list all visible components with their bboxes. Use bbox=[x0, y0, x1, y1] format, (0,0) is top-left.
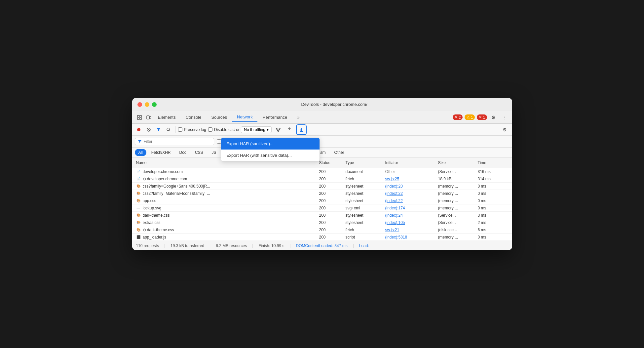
filter-icon[interactable] bbox=[155, 126, 163, 134]
finish-time: Finish: 10.99 s bbox=[258, 243, 284, 248]
warning-badge[interactable]: ⚠ 1 bbox=[465, 114, 475, 120]
tab-console[interactable]: Console bbox=[181, 113, 206, 122]
warning-count: 1 bbox=[471, 115, 473, 119]
svg-rect-3 bbox=[140, 118, 141, 119]
svg-rect-1 bbox=[137, 118, 139, 119]
tab-performance[interactable]: Performance bbox=[258, 113, 292, 122]
filter-bar: Invert More filters ▾ bbox=[132, 136, 512, 148]
devtools-body: Elements Console Sources Network Perform… bbox=[132, 111, 512, 250]
css-icon: 🎨 bbox=[136, 213, 141, 218]
tab-network[interactable]: Network bbox=[232, 112, 257, 122]
export-dropdown-menu: Export HAR (sanitized)... Export HAR (wi… bbox=[221, 138, 320, 161]
row-name-4: 🎨 app.css bbox=[135, 197, 318, 204]
network-settings-icon[interactable]: ⚙ bbox=[500, 125, 510, 134]
type-filter-other[interactable]: Other bbox=[331, 149, 348, 156]
settings-icon[interactable]: ⚙ bbox=[489, 113, 498, 122]
col-header-time: Time bbox=[476, 159, 510, 166]
close-button[interactable] bbox=[137, 102, 142, 107]
type-filter-js[interactable]: JS bbox=[208, 149, 220, 156]
svg-rect-4 bbox=[147, 116, 149, 119]
table-row[interactable]: 🎨 css2?family=Material+Icons&family=... … bbox=[132, 190, 512, 197]
svg-line-8 bbox=[148, 129, 150, 131]
css-icon: 🎨 bbox=[136, 191, 141, 196]
nav-right: ✕ 2 ⚠ 1 ✕ 1 ⚙ ⋮ bbox=[453, 113, 509, 122]
svg-rect-0 bbox=[137, 115, 139, 117]
css-icon: 🎨 bbox=[136, 198, 141, 203]
type-filters: All Fetch/XHR Doc CSS JS Font Img Media … bbox=[132, 148, 512, 158]
minimize-button[interactable] bbox=[145, 102, 149, 107]
filter-funnel-icon bbox=[138, 140, 142, 144]
col-header-size: Size bbox=[437, 159, 476, 166]
type-filter-doc[interactable]: Doc bbox=[176, 149, 190, 156]
import-icon[interactable] bbox=[285, 125, 294, 134]
table-row[interactable]: 🎨 extras.css 200 stylesheet (index):105 … bbox=[132, 219, 512, 226]
more-options-icon[interactable]: ⋮ bbox=[500, 113, 510, 122]
preserve-log-checkbox[interactable]: Preserve log bbox=[178, 127, 206, 132]
table-row[interactable]: 🎨 css?family=Google+Sans:400,500|R... 20… bbox=[132, 183, 512, 190]
css-icon: 🎨 bbox=[136, 220, 141, 225]
svg-point-9 bbox=[167, 128, 170, 131]
maximize-button[interactable] bbox=[152, 102, 157, 107]
throttling-select[interactable]: No throttling ▾ bbox=[241, 126, 272, 133]
tab-sources[interactable]: Sources bbox=[207, 113, 232, 122]
export-har-sensitive[interactable]: Export HAR (with sensitive data)... bbox=[221, 150, 320, 161]
nav-tabs: Elements Console Sources Network Perform… bbox=[153, 112, 453, 122]
record-button[interactable] bbox=[135, 126, 143, 134]
resources-size: 6.2 MB resources bbox=[216, 243, 247, 248]
tab-elements[interactable]: Elements bbox=[153, 113, 180, 122]
doc-icon: 📄 bbox=[136, 177, 141, 181]
filter-input-container bbox=[135, 138, 214, 145]
col-header-type: Type bbox=[344, 159, 384, 166]
error-icon: ✕ bbox=[455, 115, 458, 119]
load-time: Load: bbox=[359, 243, 369, 248]
error-badge[interactable]: ✕ 2 bbox=[453, 114, 463, 120]
info-badge[interactable]: ✕ 1 bbox=[477, 114, 487, 120]
css-icon: 🎨 bbox=[136, 228, 141, 232]
export-har-sanitized[interactable]: Export HAR (sanitized)... bbox=[221, 138, 320, 150]
status-bar: 110 requests | 19.3 kB transferred | 6.2… bbox=[132, 241, 512, 250]
table-header: Name Status Type Initiator Size Time bbox=[132, 158, 512, 168]
info-count: 1 bbox=[483, 115, 485, 119]
row-name-0: 📄 developer.chrome.com bbox=[135, 168, 318, 175]
type-filter-css[interactable]: CSS bbox=[191, 149, 207, 156]
type-filter-fetch-xhr[interactable]: Fetch/XHR bbox=[148, 149, 174, 156]
disable-cache-checkbox[interactable]: Disable cache bbox=[208, 127, 239, 132]
clear-button[interactable] bbox=[145, 126, 153, 134]
requests-count: 110 requests bbox=[136, 243, 159, 248]
svg-point-11 bbox=[278, 131, 279, 132]
error-count: 2 bbox=[459, 115, 461, 119]
devtools-window: DevTools - developer.chrome.com/ Eleme bbox=[132, 98, 512, 250]
transferred-size: 19.3 kB transferred bbox=[170, 243, 204, 248]
tab-more[interactable]: » bbox=[292, 113, 304, 122]
table-row[interactable]: 🎨 dark-theme.css 200 stylesheet (index):… bbox=[132, 212, 512, 219]
svg-point-6 bbox=[137, 128, 140, 131]
type-filter-all[interactable]: All bbox=[135, 149, 146, 156]
svg-line-10 bbox=[169, 130, 170, 131]
inspect-element-icon[interactable] bbox=[135, 113, 144, 122]
dom-content-loaded: DOMContentLoaded: 347 ms bbox=[296, 243, 348, 248]
table-row[interactable]: 📄 developer.chrome.com 200 document Othe… bbox=[132, 168, 512, 175]
export-har-button[interactable] bbox=[296, 124, 307, 135]
offline-icon[interactable] bbox=[274, 125, 283, 134]
row-name-9: ⬛ app_loader.js bbox=[135, 234, 318, 240]
traffic-lights bbox=[137, 102, 157, 107]
svg-rect-2 bbox=[140, 115, 141, 117]
table-row[interactable]: 📄 ⊙ developer.chrome.com 200 fetch sw.js… bbox=[132, 175, 512, 183]
doc-icon: 📄 bbox=[136, 169, 141, 174]
svg-icon: — bbox=[136, 206, 141, 210]
table-row[interactable]: — lockup.svg 200 svg+xml (index):174 (me… bbox=[132, 204, 512, 212]
filter-text-input[interactable] bbox=[144, 139, 211, 144]
search-icon[interactable] bbox=[165, 126, 172, 134]
device-toolbar-icon[interactable] bbox=[144, 113, 153, 122]
network-table: Name Status Type Initiator Size Time 📄 d… bbox=[132, 158, 512, 241]
warning-icon: ⚠ bbox=[467, 115, 470, 119]
css-icon: 🎨 bbox=[136, 184, 141, 189]
export-dropdown-container: Export HAR (sanitized)... Export HAR (wi… bbox=[296, 124, 307, 135]
table-row[interactable]: ⬛ app_loader.js 200 script (index):5818 … bbox=[132, 234, 512, 241]
titlebar: DevTools - developer.chrome.com/ bbox=[132, 98, 512, 111]
svg-rect-5 bbox=[150, 116, 151, 119]
toolbar: Preserve log Disable cache No throttling… bbox=[132, 124, 512, 136]
table-row[interactable]: 🎨 ⊙ dark-theme.css 200 fetch sw.js:21 (d… bbox=[132, 226, 512, 234]
table-row[interactable]: 🎨 app.css 200 stylesheet (index):22 (mem… bbox=[132, 197, 512, 204]
top-nav: Elements Console Sources Network Perform… bbox=[132, 111, 512, 124]
